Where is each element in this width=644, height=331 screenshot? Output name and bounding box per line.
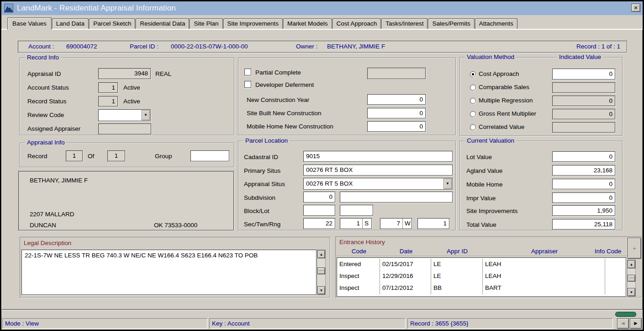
scrollbar-thumb[interactable] bbox=[628, 275, 635, 282]
record-status-label: Record Status bbox=[27, 98, 67, 105]
valuation-method-group: Valuation Method Indicated Value Cost Ap… bbox=[459, 57, 623, 136]
scroll-up-icon[interactable]: ▲ bbox=[317, 250, 325, 258]
tab-cost-approach[interactable]: Cost Approach bbox=[333, 18, 381, 29]
mobile-home-new-construction-field[interactable]: 0 bbox=[367, 121, 426, 132]
close-icon[interactable]: ✕ bbox=[631, 4, 640, 12]
appraisal-id-field: 3948 bbox=[98, 68, 151, 79]
next-record-icon[interactable]: ► bbox=[630, 318, 642, 329]
tab-sales-permits[interactable]: Sales/Permits bbox=[428, 18, 474, 29]
subdivision-code-field[interactable]: 0 bbox=[303, 192, 335, 203]
cell-appraiser: LEAH bbox=[483, 271, 605, 283]
review-code-dropdown-icon[interactable]: ▼ bbox=[142, 110, 150, 120]
prev-record-icon[interactable]: ◄ bbox=[617, 318, 629, 329]
current-valuation-title: Current Valuation bbox=[465, 137, 517, 144]
township-field[interactable]: 1 S bbox=[340, 218, 372, 229]
scrollbar-thumb[interactable] bbox=[317, 267, 325, 274]
tab-land-data[interactable]: Land Data bbox=[52, 18, 89, 29]
correlated-value-value-field bbox=[552, 122, 615, 133]
site-improvements-value-label: Site Improvements bbox=[466, 208, 518, 214]
developer-deferment-checkbox[interactable] bbox=[244, 81, 251, 88]
record-status-text: Active bbox=[123, 98, 140, 105]
comparable-sales-radio[interactable] bbox=[470, 85, 476, 91]
lot-field[interactable] bbox=[340, 205, 373, 216]
owner-name-text: BETHANY, JIMMIE F bbox=[30, 177, 88, 184]
appraisal-record-label: Record bbox=[27, 153, 48, 160]
impr-value-label: Impr Value bbox=[466, 195, 496, 202]
entrance-history-list: Entered 02/15/2017 LE LEAH Inspect 12/29… bbox=[337, 257, 626, 297]
main-content: Account : 690004072 Parcel ID : 0000-22-… bbox=[1, 29, 643, 310]
primary-situs-field[interactable]: 00276 RT 5 BOX bbox=[303, 165, 453, 176]
entrance-history-row[interactable]: Entered 02/15/2017 LE LEAH bbox=[337, 259, 626, 271]
gross-rent-multiplier-radio[interactable] bbox=[470, 111, 476, 117]
col-header-code: Code bbox=[352, 248, 366, 255]
indicated-value-title: Indicated Value bbox=[557, 53, 603, 60]
account-status-field: 1 bbox=[98, 82, 118, 93]
total-value-field[interactable]: 25,118 bbox=[552, 219, 615, 230]
appraisal-info-title: Appraisal Info bbox=[25, 139, 67, 146]
tab-residential-data[interactable]: Residential Data bbox=[136, 18, 189, 29]
impr-value-field[interactable]: 0 bbox=[552, 192, 615, 203]
account-status-text: Active bbox=[123, 84, 140, 91]
tab-site-plan[interactable]: Site Plan bbox=[190, 18, 222, 29]
legal-description-title: Legal Description bbox=[24, 240, 71, 246]
parcel-id-label: Parcel ID : bbox=[130, 43, 158, 50]
agland-value-field[interactable]: 23,168 bbox=[552, 165, 615, 176]
appraisal-situs-dropdown-icon[interactable]: ▼ bbox=[443, 179, 452, 189]
owner-label: Owner : bbox=[296, 43, 317, 50]
subdivision-label: Subdivision bbox=[244, 194, 275, 201]
legal-description-scrollbar[interactable]: ▲ ▼ bbox=[317, 250, 326, 295]
cell-appraiser: LEAH bbox=[483, 259, 605, 271]
tab-base-values[interactable]: Base Values bbox=[7, 17, 52, 30]
legal-description-textarea[interactable]: 22-1S-7W NE LESS TR BEG 740.3 W NE/C NE … bbox=[21, 250, 317, 295]
block-field[interactable] bbox=[303, 205, 335, 216]
cost-approach-value-field[interactable]: 0 bbox=[552, 69, 615, 80]
scroll-down-icon[interactable]: ▼ bbox=[317, 286, 325, 294]
record-info-title: Record Info bbox=[25, 54, 61, 61]
section-field[interactable]: 22 bbox=[303, 218, 335, 229]
township-direction: S bbox=[362, 219, 371, 229]
subdivision-name-field[interactable] bbox=[340, 192, 453, 203]
account-status-label: Account Status bbox=[27, 84, 69, 91]
entrance-history-scrollbar[interactable]: ▲ ▼ bbox=[627, 260, 636, 297]
scroll-down-icon[interactable]: ▼ bbox=[628, 288, 635, 296]
quarter-field[interactable]: 1 bbox=[417, 218, 449, 229]
tab-site-improvements[interactable]: Site Improvements bbox=[223, 18, 283, 29]
cell-date: 02/15/2017 bbox=[380, 259, 431, 271]
record-status-field: 1 bbox=[98, 96, 118, 107]
range-direction: W bbox=[402, 219, 412, 229]
tab-tasks-interest[interactable]: Tasks/Interest bbox=[381, 18, 428, 29]
parcel-location-title: Parcel Location bbox=[243, 137, 290, 144]
tab-attachments[interactable]: Attachments bbox=[475, 18, 517, 29]
gross-rent-multiplier-value-field: 0 bbox=[552, 109, 615, 119]
site-improvements-value-field[interactable]: 1,950 bbox=[552, 205, 615, 216]
range-field[interactable]: 7 W bbox=[380, 218, 412, 229]
multiple-regression-radio[interactable] bbox=[470, 98, 476, 104]
appraisal-group-field[interactable] bbox=[190, 150, 229, 161]
add-entry-plus-icon[interactable]: + bbox=[628, 238, 641, 259]
entrance-history-row[interactable]: Inspect 12/29/2016 LE LEAH bbox=[337, 271, 626, 283]
appraisal-situs-combobox[interactable]: 00276 RT 5 BOX ▼ bbox=[303, 178, 453, 190]
status-record: Record : 3655 {3655} bbox=[407, 318, 613, 329]
lot-value-field[interactable]: 0 bbox=[552, 151, 615, 162]
partial-complete-checkbox[interactable] bbox=[244, 69, 251, 75]
scroll-up-icon[interactable]: ▲ bbox=[628, 260, 635, 268]
cadastral-id-field[interactable]: 9015 bbox=[303, 151, 453, 162]
entrance-history-row[interactable]: Inspect 07/12/2012 BB BART bbox=[337, 283, 626, 294]
site-built-field[interactable]: 0 bbox=[367, 108, 426, 118]
app-logo-icon bbox=[4, 4, 13, 13]
appraisal-of-label: Of bbox=[88, 153, 94, 160]
entrance-history-header: Code Date Appr ID Appraiser Info Code bbox=[337, 247, 627, 256]
status-mode: Mode : View bbox=[2, 318, 207, 329]
tab-market-models[interactable]: Market Models bbox=[283, 18, 332, 29]
new-construction-year-field[interactable]: 0 bbox=[367, 94, 426, 105]
correlated-value-radio[interactable] bbox=[470, 124, 476, 130]
tab-parcel-sketch[interactable]: Parcel Sketch bbox=[89, 18, 135, 29]
mobile-home-value-field[interactable]: 0 bbox=[552, 179, 615, 189]
cell-appr-id: BB bbox=[431, 283, 483, 294]
owner-street-text: 2207 MALLARD bbox=[30, 211, 74, 218]
cost-approach-radio[interactable] bbox=[470, 71, 476, 77]
review-code-combobox[interactable]: ▼ bbox=[98, 109, 151, 121]
bottom-separator bbox=[1, 310, 643, 318]
appraisal-info-group: Appraisal Info Record 1 Of 1 Group bbox=[20, 143, 234, 167]
new-construction-year-label: New Construction Year bbox=[247, 96, 309, 103]
